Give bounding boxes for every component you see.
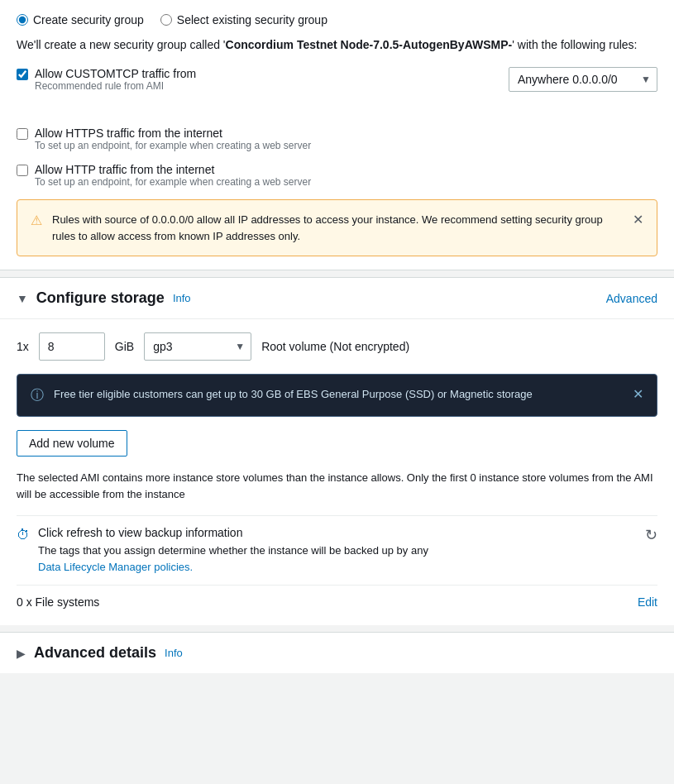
http-sub-label: To set up an endpoint, for example when … <box>35 176 311 188</box>
storage-advanced-link[interactable]: Advanced <box>606 292 657 305</box>
ami-warning-text: The selected AMI contains more instance … <box>17 470 657 502</box>
customtcp-main-label: Allow CUSTOMTCP traffic from <box>35 67 196 80</box>
backup-title: Click refresh to view backup information <box>38 526 637 539</box>
security-group-section: Create security group Select existing se… <box>0 0 674 270</box>
file-systems-row: 0 x File systems Edit <box>17 585 657 612</box>
data-lifecycle-link[interactable]: Data Lifecycle Manager policies. <box>38 561 193 573</box>
backup-text-group: Click refresh to view backup information… <box>38 526 637 575</box>
root-volume-label: Root volume (Not encrypted) <box>261 340 409 353</box>
page-wrapper: Create security group Select existing se… <box>0 0 674 673</box>
create-security-group-radio[interactable] <box>17 14 28 26</box>
backup-desc-part1: The tags that you assign determine wheth… <box>38 544 428 557</box>
gib-label: GiB <box>115 340 134 353</box>
advanced-details-header[interactable]: ▶ Advanced details Info <box>0 633 674 673</box>
file-systems-label: 0 x File systems <box>17 595 99 609</box>
backup-info-row: ⏱ Click refresh to view backup informati… <box>17 526 657 585</box>
storage-divider <box>17 515 657 516</box>
advanced-chevron-right-icon: ▶ <box>17 647 26 660</box>
https-main-label: Allow HTTPS traffic from the internet <box>35 127 311 140</box>
storage-section-title: Configure storage <box>36 289 165 307</box>
volume-config-row: 1x GiB gp3 gp2 io1 io2 sc1 st1 standard … <box>17 332 657 361</box>
storage-info-link[interactable]: Info <box>173 292 191 304</box>
storage-section-header[interactable]: ▼ Configure storage Info Advanced <box>0 278 674 319</box>
backup-clock-icon: ⏱ <box>17 528 30 543</box>
https-sub-label: To set up an endpoint, for example when … <box>35 140 311 151</box>
anywhere-dropdown-container: Anywhere 0.0.0.0/0 My IP Custom ▼ <box>509 67 657 92</box>
advanced-details-title: Advanced details <box>34 644 156 662</box>
security-radio-row: Create security group Select existing se… <box>17 13 657 26</box>
free-tier-banner: ⓘ Free tier eligible customers can get u… <box>17 374 657 417</box>
file-systems-edit-link[interactable]: Edit <box>638 595 657 609</box>
customtcp-rule-row: Allow CUSTOMTCP traffic from Recommended… <box>17 67 657 103</box>
configure-storage-section: ▼ Configure storage Info Advanced 1x GiB… <box>0 277 674 625</box>
create-security-group-label: Create security group <box>33 13 144 26</box>
security-warning-banner: ⚠ Rules with source of 0.0.0.0/0 allow a… <box>17 199 657 256</box>
anywhere-dropdown[interactable]: Anywhere 0.0.0.0/0 My IP Custom <box>509 67 657 92</box>
http-main-label: Allow HTTP traffic from the internet <box>35 163 311 176</box>
https-label-group: Allow HTTPS traffic from the internet To… <box>35 127 311 151</box>
select-security-group-label: Select existing security group <box>177 13 327 26</box>
storage-content: 1x GiB gp3 gp2 io1 io2 sc1 st1 standard … <box>0 319 674 625</box>
volume-type-select[interactable]: gp3 gp2 io1 io2 sc1 st1 standard <box>144 332 251 361</box>
storage-chevron-down-icon: ▼ <box>17 292 28 305</box>
https-checkbox[interactable] <box>17 128 28 140</box>
advanced-details-info-link[interactable]: Info <box>165 647 183 659</box>
backup-description: The tags that you assign determine wheth… <box>38 543 637 575</box>
select-security-group-radio[interactable] <box>160 14 172 26</box>
volume-type-container: gp3 gp2 io1 io2 sc1 st1 standard ▼ <box>144 332 251 361</box>
https-rule-row: Allow HTTPS traffic from the internet To… <box>17 127 657 151</box>
http-rule-row: Allow HTTP traffic from the internet To … <box>17 163 657 188</box>
create-security-group-option[interactable]: Create security group <box>17 13 144 26</box>
add-volume-button[interactable]: Add new volume <box>17 430 127 457</box>
security-description: We'll create a new security group called… <box>17 36 657 54</box>
volume-size-input[interactable] <box>39 332 105 361</box>
refresh-backup-button[interactable]: ↻ <box>645 526 657 544</box>
free-tier-info-icon: ⓘ <box>31 387 44 404</box>
customtcp-checkbox-group: Allow CUSTOMTCP traffic from Recommended… <box>17 67 495 92</box>
customtcp-sub-label: Recommended rule from AMI <box>35 80 196 92</box>
advanced-details-section: ▶ Advanced details Info <box>0 632 674 673</box>
warning-icon: ⚠ <box>31 213 42 228</box>
free-tier-close-button[interactable]: ✕ <box>633 386 643 402</box>
storage-header-left: ▼ Configure storage Info <box>17 289 191 307</box>
security-group-name: Concordium Testnet Node-7.0.5-AutogenByA… <box>226 38 513 51</box>
select-security-group-option[interactable]: Select existing security group <box>160 13 327 26</box>
http-label-group: Allow HTTP traffic from the internet To … <box>35 163 311 188</box>
customtcp-checkbox[interactable] <box>17 69 28 80</box>
volume-count-label: 1x <box>17 340 29 353</box>
warning-close-button[interactable]: ✕ <box>633 212 643 227</box>
customtcp-label-group: Allow CUSTOMTCP traffic from Recommended… <box>35 67 196 92</box>
free-tier-text: Free tier eligible customers can get up … <box>54 386 623 403</box>
http-checkbox[interactable] <box>17 165 28 176</box>
warning-text: Rules with source of 0.0.0.0/0 allow all… <box>52 212 623 244</box>
